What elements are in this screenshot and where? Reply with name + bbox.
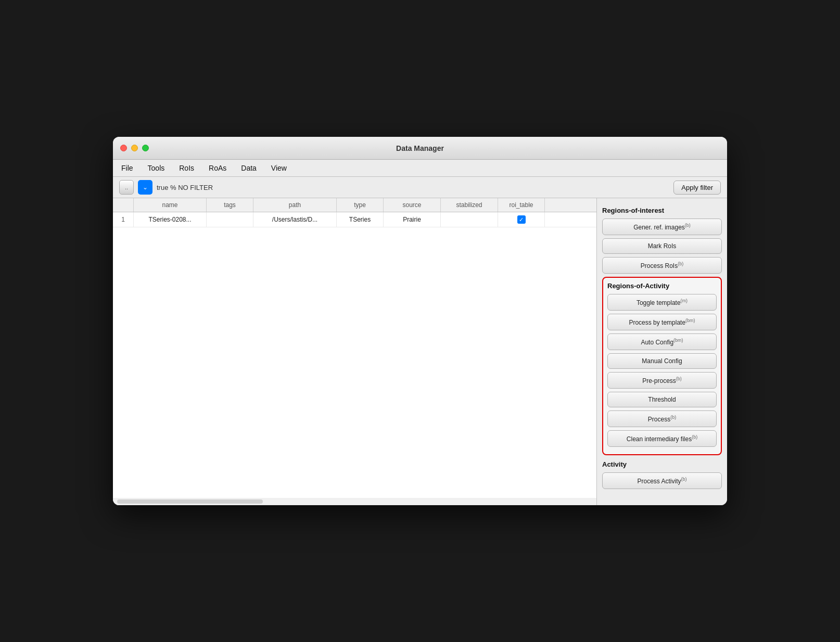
window-title: Data Manager <box>396 144 444 152</box>
menu-view[interactable]: View <box>269 163 289 173</box>
roi-table-checkbox[interactable]: ✓ <box>517 215 526 224</box>
process-activity-button[interactable]: Process Activity(b) <box>602 472 722 489</box>
gen-ref-images-button[interactable]: Gener. ref. images(b) <box>602 219 722 235</box>
col-header-name: name <box>134 198 207 212</box>
apply-filter-button[interactable]: Apply filter <box>673 181 721 195</box>
roi-section-title: Regions-of-interest <box>602 207 722 214</box>
col-header-stabilized: stabilized <box>441 198 498 212</box>
cell-tags <box>207 212 253 227</box>
col-header-index <box>113 198 134 212</box>
filter-dropdown[interactable]: ⌄ <box>138 180 152 195</box>
menu-data[interactable]: Data <box>239 163 259 173</box>
menu-tools[interactable]: Tools <box>146 163 167 173</box>
cell-name: TSeries-0208... <box>134 212 207 227</box>
cell-stabilized <box>441 212 498 227</box>
table-row[interactable]: 1 TSeries-0208... /Users/lastis/D... TSe… <box>113 212 596 227</box>
horizontal-scrollbar[interactable] <box>113 498 596 505</box>
main-window: Data Manager File Tools RoIs RoAs Data V… <box>113 137 727 505</box>
chevron-icon: ⌄ <box>143 184 148 191</box>
cell-source: Prairie <box>384 212 441 227</box>
threshold-button[interactable]: Threshold <box>607 392 717 407</box>
process-by-template-button[interactable]: Process by template(bm) <box>607 314 717 330</box>
minimize-button[interactable] <box>131 145 138 151</box>
traffic-lights <box>120 145 149 151</box>
process-rois-button[interactable]: Process RoIs(b) <box>602 257 722 274</box>
zoom-button[interactable] <box>142 145 149 151</box>
toggle-template-button[interactable]: Toggle template(m) <box>607 294 717 311</box>
pre-process-button[interactable]: Pre-process(b) <box>607 372 717 389</box>
scrollbar-track[interactable] <box>117 499 263 504</box>
filter-nav-button[interactable]: .. <box>119 180 134 195</box>
table-header: name tags path type source stabilized ro… <box>113 198 596 212</box>
process-button[interactable]: Process(b) <box>607 410 717 427</box>
manual-config-button[interactable]: Manual Config <box>607 353 717 369</box>
filter-nav-label: .. <box>125 184 128 190</box>
menu-bar: File Tools RoIs RoAs Data View <box>113 160 727 177</box>
cell-path: /Users/lastis/D... <box>253 212 337 227</box>
close-button[interactable] <box>120 145 127 151</box>
side-panel: Regions-of-interest Gener. ref. images(b… <box>597 198 727 505</box>
regions-of-activity-section: Regions-of-Activity Toggle template(m) P… <box>602 277 722 455</box>
clean-intermediary-files-button[interactable]: Clean intermediary files(b) <box>607 430 717 447</box>
col-header-path: path <box>253 198 337 212</box>
cell-type: TSeries <box>337 212 384 227</box>
cell-index: 1 <box>113 212 134 227</box>
cell-roi-table: ✓ <box>498 212 545 227</box>
auto-config-button[interactable]: Auto Config(bm) <box>607 333 717 350</box>
col-header-tags: tags <box>207 198 253 212</box>
empty-table-area <box>113 227 596 498</box>
activity-section: Activity Process Activity(b) <box>602 460 722 489</box>
menu-file[interactable]: File <box>119 163 135 173</box>
main-area: name tags path type source stabilized ro… <box>113 198 727 505</box>
col-header-roi-table: roi_table <box>498 198 545 212</box>
col-header-type: type <box>337 198 384 212</box>
activity-section-title: Activity <box>602 460 722 468</box>
menu-roas[interactable]: RoAs <box>207 163 228 173</box>
toolbar: .. ⌄ true % NO FILTER Apply filter <box>113 177 727 198</box>
data-panel: name tags path type source stabilized ro… <box>113 198 597 505</box>
col-header-source: source <box>384 198 441 212</box>
regions-of-interest-section: Regions-of-interest Gener. ref. images(b… <box>602 207 722 274</box>
title-bar: Data Manager <box>113 137 727 160</box>
menu-rois[interactable]: RoIs <box>177 163 196 173</box>
roa-section-title: Regions-of-Activity <box>607 282 717 290</box>
mark-rois-button[interactable]: Mark RoIs <box>602 238 722 254</box>
filter-value: true % NO FILTER <box>157 184 669 191</box>
